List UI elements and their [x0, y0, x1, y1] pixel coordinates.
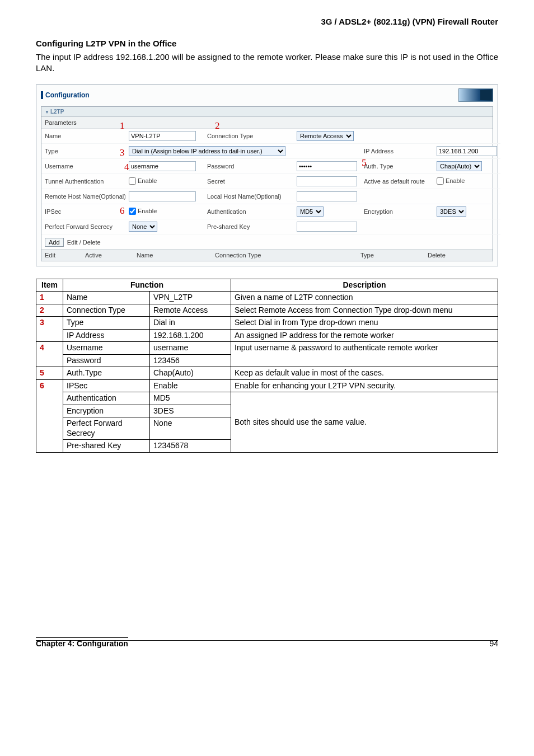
func-conn: Connection Type [63, 304, 150, 317]
item-5: 5 [36, 367, 63, 380]
func-ip-val: 192.168.1.200 [150, 329, 231, 342]
secret-label: Secret [204, 173, 293, 189]
remote-host-label: Remote Host Name(Optional) [41, 189, 125, 204]
username-input[interactable] [129, 161, 196, 171]
intro-paragraph: The input IP address 192.168.1.200 will … [36, 51, 498, 74]
item-2: 2 [36, 304, 63, 317]
config-title: Configuration [41, 91, 90, 99]
authtype-select[interactable]: Chap(Auto) [437, 161, 482, 171]
col-conn: Connection Type [212, 250, 357, 261]
ip-input[interactable] [437, 146, 497, 156]
description-table: Item Function Description 1 Name VPN_L2T… [36, 279, 498, 453]
config-screenshot: Configuration L2TP Parameters 1 2 3 4 5 … [36, 84, 498, 266]
authn-select[interactable]: MD5 [297, 206, 324, 217]
section-heading: Configuring L2TP VPN in the Office [36, 39, 498, 48]
add-button[interactable]: Add [45, 238, 64, 247]
pfs-select[interactable]: None [129, 222, 157, 232]
func-enc: Encryption [63, 405, 150, 417]
tunnel-auth-enable-text: Enable [138, 177, 157, 184]
document-title: 3G / ADSL2+ (802.11g) (VPN) Firewall Rou… [36, 17, 498, 26]
desc-type: Select Dial in from Type drop-down menu [231, 317, 498, 330]
func-pfs-val: None [150, 417, 231, 440]
desc-conn: Select Remote Access from Connection Typ… [231, 304, 498, 317]
func-auth: Auth.Type [63, 367, 150, 380]
ipsec-checkbox[interactable] [129, 208, 136, 215]
authtype-label: Auth. Type [360, 158, 433, 173]
config-form-table: Name Connection Type Remote Access Type … [41, 129, 500, 234]
default-route-checkbox[interactable] [437, 177, 444, 185]
item-1: 1 [36, 292, 63, 304]
name-input[interactable] [129, 131, 196, 141]
col-item: Item [36, 279, 63, 292]
authn-label: Authentication [204, 204, 293, 219]
psk-label: Pre-shared Key [204, 219, 293, 234]
password-input[interactable] [297, 161, 357, 171]
func-type: Type [63, 317, 150, 330]
func-ip: IP Address [63, 329, 150, 342]
pfs-label: Perfect Forward Secrecy [41, 219, 125, 234]
col-type: Type [357, 250, 424, 261]
func-psk-val: 12345678 [150, 440, 231, 453]
desc-user: Input username & password to authenticat… [231, 342, 498, 367]
local-host-label: Local Host Name(Optional) [204, 189, 293, 204]
func-pass-val: 123456 [150, 354, 231, 367]
col-name: Name [133, 250, 212, 261]
ipsec-enable-text: Enable [138, 208, 157, 214]
desc-ipsec: Enable for enhancing your L2TP VPN secur… [231, 379, 498, 392]
tunnel-auth-checkbox[interactable] [129, 177, 136, 185]
desc-auth: Keep as default value in most of the cas… [231, 367, 498, 380]
col-edit: Edit [41, 250, 82, 261]
func-name-val: VPN_L2TP [150, 292, 231, 304]
ip-label: IP Address [360, 143, 433, 158]
conn-type-select[interactable]: Remote Access [297, 131, 354, 141]
password-label: Password [204, 158, 293, 173]
func-psk: Pre-shared Key [63, 440, 150, 453]
func-pass: Password [63, 354, 150, 367]
type-select[interactable]: Dial in (Assign below IP address to dail… [129, 146, 285, 156]
desc-name: Given a name of L2TP connection [231, 292, 498, 304]
encryption-select[interactable]: 3DES [437, 206, 466, 217]
local-host-input[interactable] [297, 191, 357, 201]
func-ipsec: IPSec [63, 379, 150, 392]
col-description: Description [231, 279, 498, 292]
item-6: 6 [36, 379, 63, 452]
func-conn-val: Remote Access [150, 304, 231, 317]
default-route-label: Active as default route [360, 173, 433, 189]
func-ipsec-val: Enable [150, 379, 231, 392]
brand-logo [458, 88, 493, 102]
list-header-row: Edit Active Name Connection Type Type De… [41, 249, 493, 261]
name-label: Name [41, 129, 125, 144]
func-authn-val: MD5 [150, 392, 231, 405]
type-label: Type [41, 143, 125, 158]
col-function: Function [63, 279, 231, 292]
encryption-label: Encryption [360, 204, 433, 219]
username-label: Username [41, 158, 125, 173]
col-delete: Delete [424, 250, 493, 261]
item-4: 4 [36, 342, 63, 367]
secret-input[interactable] [297, 176, 357, 186]
l2tp-section-header[interactable]: L2TP [41, 107, 493, 117]
tunnel-auth-label: Tunnel Authentication [41, 173, 125, 189]
func-enc-val: 3DES [150, 405, 231, 417]
func-auth-val: Chap(Auto) [150, 367, 231, 380]
parameters-label: Parameters [41, 117, 493, 129]
item-3: 3 [36, 317, 63, 342]
func-authn: Authentication [63, 392, 150, 405]
col-active: Active [82, 250, 133, 261]
func-user-val: username [150, 342, 231, 355]
func-type-val: Dial in [150, 317, 231, 330]
default-route-enable-text: Enable [446, 177, 465, 184]
func-pfs: Perfect Forward Secrecy [63, 417, 150, 440]
func-name: Name [63, 292, 150, 304]
psk-input[interactable] [297, 222, 357, 232]
footer-chapter: Chapter 4: Configuration [36, 637, 128, 648]
conn-type-label: Connection Type [204, 129, 293, 144]
desc-ip: An assigned IP address for the remote wo… [231, 329, 498, 342]
func-user: Username [63, 342, 150, 355]
remote-host-input[interactable] [129, 191, 196, 201]
footer-page-number: 94 [489, 639, 498, 648]
ipsec-label: IPSec [41, 204, 125, 219]
edit-delete-label: Edit / Delete [67, 239, 101, 246]
desc-same-value: Both sites should use the same value. [231, 392, 498, 453]
